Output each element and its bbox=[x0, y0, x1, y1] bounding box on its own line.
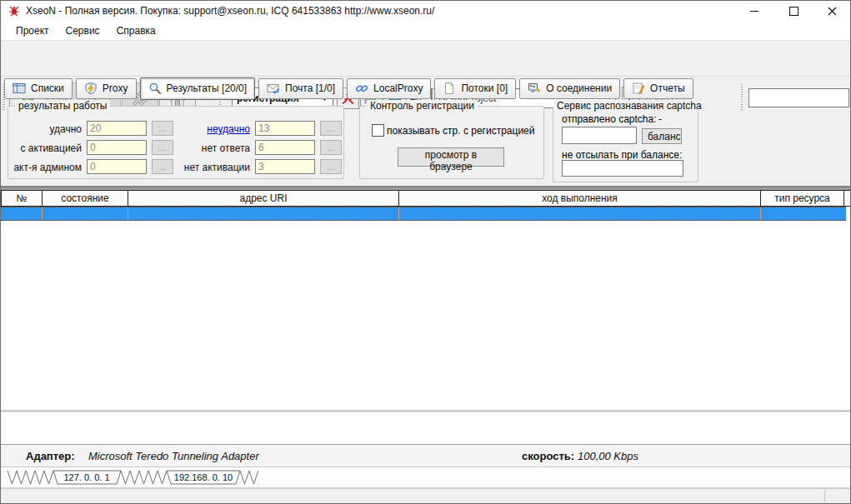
activated-count-field[interactable] bbox=[87, 140, 147, 155]
row-cell-state bbox=[43, 207, 128, 220]
maximize-icon bbox=[789, 7, 798, 16]
show-registration-checkbox[interactable] bbox=[372, 124, 384, 137]
failed-link[interactable]: неудачно bbox=[175, 123, 250, 135]
captcha-groupbox: Сервис распознавания captcha отправлено … bbox=[553, 106, 698, 182]
row-cell-uri bbox=[128, 207, 399, 220]
browser-preview-button[interactable]: просмотр в браузере bbox=[398, 147, 504, 167]
proxy-shield-icon bbox=[84, 82, 98, 95]
speed-label: скорость: bbox=[522, 450, 574, 462]
app-logo-icon bbox=[8, 4, 21, 17]
log-panel: [11.07.2015 0:59:24] - текущий проект - … bbox=[1, 411, 850, 445]
connection-icon bbox=[528, 82, 541, 95]
captcha-threshold-label: не отсылать при балансе: bbox=[562, 149, 682, 161]
tab-results[interactable]: Результаты [20/0] bbox=[140, 77, 256, 100]
admin-activated-more-button[interactable]: ... bbox=[152, 159, 173, 174]
minimize-icon bbox=[750, 11, 758, 12]
tab-label: Отчеты bbox=[650, 82, 684, 94]
mail-icon bbox=[267, 82, 280, 95]
captcha-balance-input[interactable] bbox=[562, 127, 637, 144]
success-count-field[interactable] bbox=[87, 121, 147, 136]
table-body bbox=[1, 190, 850, 409]
row-cell-resource-type bbox=[761, 207, 844, 220]
ip-tab-strip: 127. 0. 0. 1 192.168. 0. 10 bbox=[1, 467, 850, 488]
ip-tabset[interactable]: 127. 0. 0. 1 192.168. 0. 10 bbox=[4, 469, 271, 487]
app-window: XseoN - Полная версия. Покупка: support@… bbox=[0, 0, 851, 504]
success-more-button[interactable]: ... bbox=[152, 121, 173, 136]
links-icon bbox=[355, 82, 368, 95]
maximize-button[interactable] bbox=[774, 1, 813, 21]
status-bar-divider bbox=[824, 491, 825, 502]
ip-tab-2-label[interactable]: 192.168. 0. 10 bbox=[174, 472, 233, 482]
field-label-activated: с активацией bbox=[15, 142, 82, 154]
title-bar: XseoN - Полная версия. Покупка: support@… bbox=[1, 1, 850, 21]
no-activation-more-button[interactable]: ... bbox=[320, 159, 342, 174]
menu-bar: Проект Сервис Справка bbox=[1, 21, 850, 40]
tab-mail[interactable]: Почта [1/0] bbox=[258, 78, 343, 99]
tab-label: LocalProxy bbox=[373, 82, 423, 94]
close-button[interactable] bbox=[813, 1, 851, 21]
column-header-state[interactable]: состояние bbox=[43, 191, 128, 206]
adapter-label: Адаптер: bbox=[26, 450, 75, 462]
window-title: XseoN - Полная версия. Покупка: support@… bbox=[26, 5, 434, 17]
field-label-admin-activated: акт-я админом bbox=[10, 162, 82, 173]
failed-count-field[interactable] bbox=[255, 121, 315, 136]
zigzag-right bbox=[240, 471, 258, 484]
tab-connection[interactable]: О соединении bbox=[519, 78, 620, 99]
field-label-success: удачно bbox=[15, 123, 82, 135]
tab-label: Списки bbox=[31, 82, 64, 94]
adapter-status-bar: Адаптер: Microsoft Teredo Tunneling Adap… bbox=[1, 445, 850, 467]
tab-localproxy[interactable]: LocalProxy bbox=[347, 78, 431, 99]
field-label-no-answer: нет ответа bbox=[175, 142, 250, 154]
selected-table-row[interactable] bbox=[1, 207, 846, 221]
field-label-no-activation: нет активации bbox=[175, 162, 250, 173]
row-cell-progress bbox=[399, 207, 761, 220]
admin-activated-count-field[interactable] bbox=[87, 159, 147, 174]
tab-proxy[interactable]: Proxy bbox=[76, 78, 137, 99]
zigzag-middle bbox=[121, 471, 167, 484]
tab-label: Результаты [20/0] bbox=[167, 82, 248, 94]
results-groupbox-title: результаты работы bbox=[15, 100, 110, 112]
registration-groupbox-title: Контроль регистрации bbox=[367, 100, 478, 112]
search-icon bbox=[148, 82, 162, 95]
activated-more-button[interactable]: ... bbox=[152, 140, 173, 155]
menu-service[interactable]: Сервис bbox=[58, 22, 108, 39]
tab-reports[interactable]: Отчеты bbox=[623, 78, 693, 99]
captcha-threshold-input[interactable] bbox=[562, 160, 683, 177]
close-icon bbox=[828, 7, 837, 16]
adapter-value: Microsoft Teredo Tunneling Adapter bbox=[88, 450, 259, 462]
ip-tab-1-label[interactable]: 127. 0. 0. 1 bbox=[63, 472, 109, 482]
tab-label: Почта [1/0] bbox=[285, 82, 335, 94]
column-header-progress[interactable]: ход выполнения bbox=[399, 191, 761, 206]
tab-label: О соединении bbox=[546, 82, 612, 94]
zigzag-left bbox=[8, 471, 53, 484]
report-icon bbox=[632, 82, 645, 95]
tab-label: Proxy bbox=[103, 82, 128, 94]
menu-help[interactable]: Справка bbox=[108, 22, 164, 39]
tab-label: Потоки [0] bbox=[461, 82, 508, 94]
balance-button[interactable]: баланс bbox=[642, 128, 682, 144]
captcha-sent-label: отправлено captcha: bbox=[562, 113, 657, 125]
failed-more-button[interactable]: ... bbox=[320, 121, 342, 136]
menu-project[interactable]: Проект bbox=[8, 22, 58, 39]
page-icon bbox=[443, 82, 456, 95]
no-answer-more-button[interactable]: ... bbox=[320, 140, 342, 155]
toolbar: регистрация bbox=[1, 40, 850, 77]
column-header-filler bbox=[844, 191, 850, 206]
tab-lists[interactable]: Списки bbox=[4, 78, 73, 99]
minimize-button[interactable] bbox=[735, 1, 773, 21]
column-header-resource-type[interactable]: тип ресурса bbox=[761, 191, 844, 206]
column-header-number[interactable]: № bbox=[1, 191, 43, 206]
show-registration-checkbox-label[interactable]: показывать стр. с регистрацией bbox=[387, 125, 534, 137]
bottom-status-bar bbox=[1, 488, 850, 503]
registration-groupbox: Контроль регистрации показывать стр. с р… bbox=[359, 106, 544, 179]
no-answer-count-field[interactable] bbox=[255, 140, 315, 155]
list-icon bbox=[13, 82, 26, 95]
speed-value: 100,00 Kbps bbox=[578, 450, 638, 462]
captcha-groupbox-title: Сервис распознавания captcha bbox=[553, 100, 705, 112]
column-header-uri[interactable]: адрес URI bbox=[128, 191, 399, 206]
no-activation-count-field[interactable] bbox=[255, 159, 315, 174]
table-header: № состояние адрес URI ход выполнения тип… bbox=[1, 190, 850, 207]
tab-bar: Списки Proxy Результаты [20/0] Почта [1/… bbox=[1, 77, 850, 100]
row-cell-number bbox=[1, 207, 43, 220]
tab-threads[interactable]: Потоки [0] bbox=[434, 78, 516, 99]
